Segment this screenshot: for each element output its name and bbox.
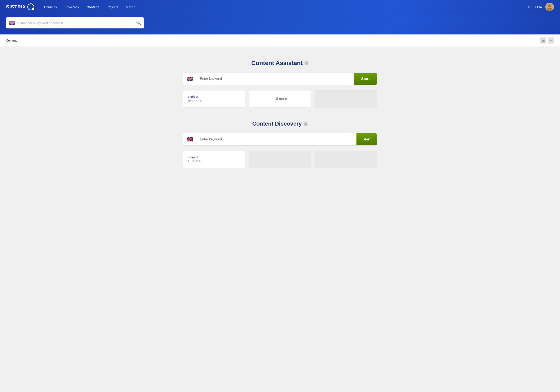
content-assistant-start-button[interactable]: Start — [354, 73, 377, 85]
content-discovery-section: Content Discovery ? Start project 21.10.… — [183, 121, 377, 168]
content-assistant-help-icon[interactable]: ? — [304, 61, 309, 65]
list-item[interactable]: + 8 more — [249, 90, 311, 108]
avatar[interactable] — [545, 3, 554, 11]
content-assistant-title: Content Assistant ? — [183, 60, 377, 67]
brand-logo[interactable]: SISTRIX — [6, 3, 34, 10]
nav-domains[interactable]: Domains — [41, 3, 60, 10]
nav-projects[interactable]: Projects — [103, 3, 121, 10]
list-item — [249, 151, 311, 168]
navbar: SISTRIX Domains Keywords Content Project… — [0, 0, 560, 14]
content-assistant-section: Content Assistant ? Start project 19.11.… — [183, 60, 377, 108]
content-discovery-keyword-input[interactable] — [196, 137, 356, 141]
svg-point-1 — [548, 4, 551, 7]
content-discovery-help-icon[interactable]: ? — [303, 122, 308, 126]
nav-right: ⊞ Elisa — [528, 3, 554, 11]
content-assistant-keyword-input[interactable] — [196, 77, 354, 81]
search-input[interactable] — [17, 21, 134, 25]
project-name: project — [188, 155, 241, 159]
content-assistant-project-cards: project 19.11.2020 + 8 more — [183, 90, 377, 108]
nav-keywords[interactable]: Keywords — [62, 3, 82, 10]
project-date: 19.11.2020 — [188, 99, 241, 102]
brand-name: SISTRIX — [6, 4, 26, 10]
project-name: project — [188, 95, 241, 99]
filter-icon[interactable]: ≡ — [548, 38, 554, 43]
list-item — [315, 90, 377, 108]
search-bar: 🔍 — [6, 17, 144, 29]
logo-icon — [27, 3, 34, 10]
grid-icon[interactable]: ⊞ — [528, 5, 531, 9]
list-item[interactable]: project 19.11.2020 — [183, 90, 245, 108]
more-label: + 8 more — [273, 97, 287, 101]
breadcrumb: Content — [6, 39, 17, 42]
nav-more-label: More — [126, 5, 133, 9]
flag-uk-assistant — [183, 73, 196, 85]
flag-uk-discovery — [183, 133, 196, 145]
content-discovery-start-button[interactable]: Start — [356, 133, 377, 145]
main-content: Content Assistant ? Start project 19.11.… — [0, 47, 560, 194]
breadcrumb-bar: Content ▦ ≡ — [0, 34, 560, 47]
nav-more[interactable]: More ▾ — [123, 3, 138, 10]
search-section: 🔍 — [0, 14, 560, 34]
chevron-down-icon: ▾ — [134, 6, 135, 8]
content-discovery-keyword-row: Start — [183, 133, 377, 146]
nav-content[interactable]: Content — [84, 3, 102, 10]
table-view-icon[interactable]: ▦ — [540, 38, 546, 43]
content-discovery-project-cards: project 21.10.2021 — [183, 151, 377, 168]
content-assistant-keyword-row: Start — [183, 73, 377, 85]
user-name: Elisa — [535, 5, 542, 9]
nav-links: Domains Keywords Content Projects More ▾ — [41, 3, 528, 10]
list-item — [315, 151, 377, 168]
project-date: 21.10.2021 — [188, 160, 241, 163]
breadcrumb-icons: ▦ ≡ — [540, 38, 554, 43]
list-item[interactable]: project 21.10.2021 — [183, 151, 245, 168]
flag-uk-search — [9, 21, 15, 25]
content-discovery-title: Content Discovery ? — [183, 121, 377, 127]
search-icon[interactable]: 🔍 — [136, 20, 141, 25]
